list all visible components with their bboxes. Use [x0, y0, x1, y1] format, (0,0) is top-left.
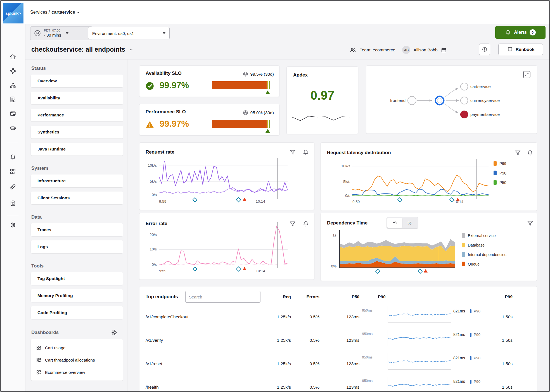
runbook-button[interactable]: Runbook [498, 44, 543, 55]
calendar-icon[interactable] [441, 47, 447, 53]
column-header-req[interactable]: Req [269, 294, 291, 299]
event-marker-diamond[interactable] [375, 269, 380, 274]
filter-icon[interactable] [527, 220, 534, 227]
legend-item-internal[interactable]: Internal dependencies [462, 252, 506, 257]
team-badge[interactable]: Team: ecommerce AB Allison Bobb [349, 46, 447, 54]
synthetics-icon[interactable] [9, 125, 16, 132]
bell-icon[interactable] [302, 149, 309, 156]
sidebar-item-synthetics[interactable]: Synthetics [31, 126, 123, 138]
nav-section-data: Data [31, 214, 127, 220]
dashboard-item-cart-usage[interactable]: Cart usage [31, 341, 123, 354]
sidebar-item-tag-spotlight[interactable]: Tag Spotlight [31, 272, 123, 285]
p90-sparkline[interactable] [388, 306, 451, 323]
event-marker-diamond[interactable] [236, 266, 241, 271]
search-input[interactable] [185, 291, 260, 303]
infrastructure-icon[interactable] [9, 82, 16, 89]
filter-icon[interactable] [289, 149, 296, 156]
toggle-percent-view[interactable]: % [402, 218, 417, 228]
event-marker-diamond[interactable] [236, 197, 241, 202]
dashboard-item-ecommerce-overview[interactable]: Ecommerce overview [31, 366, 123, 378]
node-checkoutservice-selected[interactable] [435, 96, 444, 105]
legend-item-external[interactable]: External service [462, 233, 496, 238]
sidebar-item-availability[interactable]: Availability [31, 92, 123, 104]
filter-icon[interactable] [289, 220, 296, 228]
detectors-bell-icon[interactable] [9, 154, 16, 161]
y-tick: 0/s [143, 262, 157, 267]
alerts-button[interactable]: Alerts 0 [495, 26, 546, 39]
time-picker-timezone: PDT -07:00 [44, 28, 61, 32]
event-marker-diamond[interactable] [397, 197, 402, 202]
settings-gear-icon[interactable] [9, 221, 16, 229]
sidebar-item-client-sessions[interactable]: Client Sessions [31, 192, 123, 204]
legend-item-p90[interactable]: P90 [494, 171, 506, 175]
legend-label: Queue [468, 262, 480, 266]
info-button[interactable] [479, 44, 490, 55]
node-cartservice[interactable] [461, 83, 468, 90]
node-frontend[interactable] [408, 96, 416, 105]
legend-item-p99[interactable]: P99 [494, 161, 506, 166]
endpoint-cell[interactable]: /v1/reset [146, 361, 162, 366]
node-paymentservice[interactable] [461, 111, 468, 118]
toggle-time-view[interactable] [387, 218, 402, 228]
table-row[interactable]: /v1/reset 1.25k/s 0.5% 123ms 950ms 821ms… [139, 352, 537, 376]
latency-plot[interactable] [352, 162, 489, 196]
rum-icon[interactable] [9, 110, 16, 118]
event-marker-diamond[interactable] [192, 266, 197, 271]
endpoint-cell[interactable]: /v1/verify [146, 338, 163, 343]
data-management-icon[interactable] [9, 200, 16, 207]
endpoint-cell[interactable]: /v1/completeCheckout [146, 314, 188, 319]
column-header-p99[interactable]: P99 [490, 294, 513, 299]
home-icon[interactable] [9, 53, 16, 60]
event-marker-triangle[interactable] [243, 267, 246, 270]
bell-icon[interactable] [527, 149, 534, 157]
event-marker-triangle[interactable] [243, 198, 246, 201]
environment-select[interactable]: Environment: us0, us1 [88, 27, 170, 39]
bell-icon[interactable] [302, 220, 309, 228]
sidebar-item-code-profiling[interactable]: Code Profiling [31, 306, 123, 319]
dependency-plot[interactable] [340, 232, 455, 267]
apm-icon[interactable] [9, 67, 16, 75]
legend-item-queue[interactable]: Queue [462, 262, 480, 266]
service-title-dropdown[interactable]: checkoutservice: all endpoints [31, 46, 134, 53]
log-observer-icon[interactable] [9, 96, 16, 103]
table-row[interactable]: /v1/completeCheckout 1.25k/s 0.5% 123ms … [139, 305, 537, 329]
sidebar-item-traces[interactable]: Traces [31, 223, 123, 236]
avatar[interactable]: AB [402, 46, 410, 54]
dashboards-icon[interactable] [9, 168, 16, 175]
x-tick: 10:14 [253, 199, 267, 204]
legend-item-database[interactable]: Database [462, 243, 485, 247]
p90-sparkline[interactable] [388, 377, 451, 392]
sidebar-item-overview[interactable]: Overview [31, 75, 123, 87]
endpoint-cell[interactable]: /health [146, 385, 159, 390]
map-label-cartservice: cartservice [470, 84, 491, 89]
node-currencyservice[interactable] [461, 97, 468, 104]
p90-sparkline[interactable] [388, 353, 451, 370]
sidebar-item-memory-profiling[interactable]: Memory Profiling [31, 289, 123, 302]
table-row[interactable]: /health 1.25k/s 0.5% 123ms 950ms 821ms P… [139, 376, 537, 392]
column-header-p50[interactable]: P50 [337, 294, 359, 299]
breadcrumb[interactable]: Services / cartservice [30, 1, 80, 24]
metrics-ruler-icon[interactable] [9, 183, 16, 190]
chart-canvas [159, 226, 288, 265]
event-marker-diamond[interactable] [418, 269, 423, 274]
p90-sparkline[interactable] [388, 330, 451, 346]
sidebar-item-infrastructure[interactable]: Infrastructure [31, 175, 123, 187]
error-rate-plot[interactable] [159, 226, 288, 265]
request-rate-plot[interactable] [159, 161, 288, 196]
legend-item-p50[interactable]: P50 [494, 180, 506, 185]
splunk-logo[interactable]: splunk> [3, 3, 23, 23]
event-marker-diamond[interactable] [192, 197, 197, 202]
filter-icon[interactable] [514, 149, 521, 157]
column-header-p90[interactable]: P90 [378, 294, 386, 299]
sidebar-item-java-runtime[interactable]: Java Runtime [31, 143, 123, 156]
event-marker-triangle[interactable] [424, 269, 428, 273]
time-picker[interactable]: PDT -07:00 - 30 mins [30, 26, 92, 40]
req-cell: 1.25k/s [269, 314, 291, 319]
table-row[interactable]: /v1/verify 1.25k/s 0.5% 123ms 950ms 821m… [139, 329, 537, 352]
dashboard-item-cart-threadpool[interactable]: Cart threadpool allocations [31, 354, 123, 366]
sidebar-item-logs[interactable]: Logs [31, 240, 123, 253]
sidebar-item-performance[interactable]: Performance [31, 109, 123, 121]
dashboards-gear-icon[interactable] [111, 329, 118, 336]
column-header-errors[interactable]: Errors [297, 294, 319, 299]
availability-slo-bar [212, 81, 270, 89]
